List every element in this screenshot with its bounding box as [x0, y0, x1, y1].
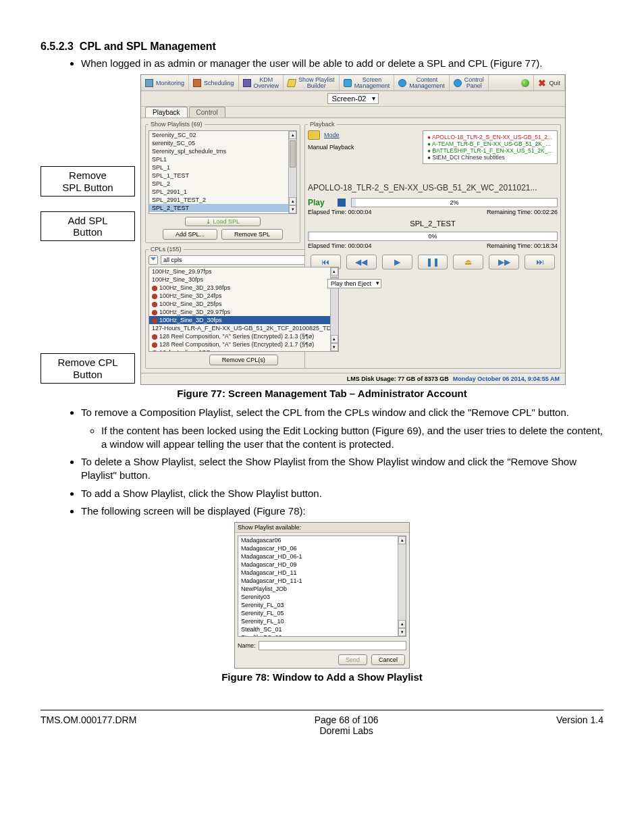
list-item[interactable]: Serenity_spl_schedule_tms — [149, 147, 296, 155]
mode-dropdown[interactable]: Play then Eject — [327, 279, 381, 288]
add-spl-button[interactable]: Add SPL... — [163, 229, 217, 240]
list-item[interactable]: Serenity_FL_05 — [238, 609, 406, 617]
list-item-selected[interactable]: SPL_2_TEST — [149, 204, 296, 212]
load-spl-button[interactable]: Load SPL — [185, 217, 261, 226]
scroll-thumb[interactable] — [290, 140, 296, 167]
scrollbar[interactable]: ▴ ▴ ▾ — [288, 131, 296, 213]
available-playlists-list[interactable]: Madagascar06 Madagascar_HD_06 Madagascar… — [238, 536, 406, 637]
tab-playback[interactable]: Playback — [145, 107, 188, 118]
content-icon — [398, 79, 406, 87]
list-item[interactable]: Serenity03 — [238, 593, 406, 601]
bullet-locked-content: If the content has been locked using the… — [101, 424, 603, 452]
list-item[interactable]: SPL_1 — [149, 163, 296, 172]
list-item[interactable]: serenity_SC_05 — [149, 139, 296, 147]
gear-icon — [454, 79, 462, 87]
list-item[interactable]: Madagascar06 — [238, 536, 406, 544]
callout-remove-cpl: Remove CPL Button — [41, 353, 135, 384]
footer-left: TMS.OM.000177.DRM — [41, 714, 136, 736]
list-item[interactable]: 100Hz_Sine_3D_24fps — [149, 292, 338, 300]
playback-panel: Playback Mode Manual Playback APOLLO-18 — [304, 121, 561, 369]
list-item[interactable]: Serenity_FL_03 — [238, 601, 406, 609]
play-label: Play — [308, 198, 332, 207]
cpls-list[interactable]: 100Hz_Sine_29.97fps 100Hz_Sine_30fps 100… — [149, 267, 339, 352]
status-green-button[interactable] — [517, 75, 534, 90]
skip-forward-button[interactable]: ⏭ — [525, 255, 555, 269]
list-item[interactable]: Stealth_SC_02 — [238, 633, 406, 637]
list-item[interactable]: NewPlaylist_JOb — [238, 585, 406, 593]
list-item[interactable]: 127-Hours_TLR-A_F_EN-XX_US-GB_51_2K_TCF_… — [149, 324, 338, 332]
app-window: Monitoring Scheduling KDM Overview Show … — [140, 74, 566, 385]
screen-selector[interactable]: Screen-02 — [327, 93, 379, 104]
rewind-button[interactable]: ◀◀ — [346, 255, 377, 269]
scroll-down-icon[interactable]: ▾ — [331, 343, 338, 351]
list-item[interactable]: 100Hz_Sine_29.97fps — [149, 267, 338, 276]
forward-button[interactable]: ▶▶ — [489, 255, 519, 269]
scheduling-button[interactable]: Scheduling — [189, 75, 239, 90]
spl-progress[interactable]: 0% — [308, 232, 558, 241]
list-item[interactable]: Stealth_SC_01 — [238, 625, 406, 633]
screen-management-button[interactable]: Screen Management — [340, 75, 395, 90]
send-button[interactable]: Send — [338, 654, 367, 665]
tab-strip: Playback Control — [141, 107, 565, 118]
list-item[interactable]: 100Hz_Sine_30fps — [149, 276, 338, 284]
main-toolbar: Monitoring Scheduling KDM Overview Show … — [141, 75, 565, 91]
remove-spl-button[interactable]: Remove SPL — [221, 229, 283, 240]
list-item[interactable]: 128 Reel Composition, "A" Series (Encryp… — [149, 340, 338, 348]
name-input[interactable] — [259, 641, 406, 650]
eject-button[interactable]: ⏏ — [453, 255, 483, 269]
list-item[interactable]: SPL_2 — [149, 180, 296, 188]
section-heading: 6.5.2.3 CPL and SPL Management — [41, 41, 603, 53]
quit-button[interactable]: ✖Quit — [534, 75, 565, 90]
list-item[interactable]: Madagascar_HD_11 — [238, 569, 406, 577]
mode-link[interactable]: Mode — [324, 132, 340, 138]
content-management-button[interactable]: Content Management — [394, 75, 450, 90]
bullet-add-spl: To add a Show Playlist, click the Show P… — [81, 487, 603, 500]
scroll-down-icon[interactable]: ▾ — [289, 205, 296, 213]
list-item[interactable]: 100Hz_Sine_3D_29.97fps — [149, 308, 338, 316]
scroll-up2-icon[interactable]: ▴ — [289, 197, 296, 205]
list-item[interactable]: 100Hz_Sine_3D_25fps — [149, 300, 338, 308]
cpl-progress[interactable]: 2% — [351, 198, 558, 207]
list-item[interactable]: Madagascar_HD_06 — [238, 544, 406, 552]
remove-cpl-button[interactable]: Remove CPL(s) — [209, 355, 278, 365]
pencil-icon — [287, 79, 297, 87]
cancel-button[interactable]: Cancel — [371, 654, 405, 665]
list-item[interactable]: Madagascar_HD_06-1 — [238, 552, 406, 561]
show-playlists-list[interactable]: Serenity_SC_02 serenity_SC_05 Serenity_s… — [149, 130, 297, 214]
list-item[interactable]: 128 Reel Composition, "A" Series (Encryp… — [149, 332, 338, 340]
scroll-up-icon[interactable]: ▴ — [289, 131, 296, 139]
callout-add-spl: Add SPL Button — [41, 211, 135, 242]
tab-control[interactable]: Control — [189, 107, 225, 118]
elapsed-time-2: Elapsed Time: 00:00:04 — [308, 242, 372, 249]
list-item[interactable]: Serenity_FL_10 — [238, 617, 406, 625]
filter-icon[interactable] — [149, 255, 158, 265]
list-item[interactable]: SPL1 — [149, 155, 296, 163]
control-panel-button[interactable]: Control Panel — [450, 75, 489, 90]
scroll-up-icon[interactable]: ▴ — [398, 536, 406, 544]
show-playlists-panel: Show Playlists (69) Serenity_SC_02 seren… — [145, 121, 300, 243]
list-item[interactable]: SPL_3 — [149, 212, 296, 214]
side-item: APOLLO-18_TLR-2_S_EN-XX_US-GB_51_2... — [427, 134, 553, 140]
elapsed-time: Elapsed Time: 00:00:04 — [308, 209, 372, 215]
list-item[interactable]: 100Hz_Sine_3D_23.98fps — [149, 284, 338, 292]
monitoring-button[interactable]: Monitoring — [141, 75, 189, 90]
scroll-up2-icon[interactable]: ▴ — [331, 335, 338, 343]
list-item[interactable]: Madagascar_HD_11-1 — [238, 577, 406, 585]
scroll-up-icon[interactable]: ▴ — [331, 267, 338, 276]
list-item-selected[interactable]: 100Hz_Sine_3D_30fps — [149, 316, 338, 324]
play-button[interactable]: ▶ — [382, 255, 412, 269]
kdm-overview-button[interactable]: KDM Overview — [239, 75, 284, 90]
list-item[interactable]: SPL_2991_TEST_2 — [149, 196, 296, 204]
list-item[interactable]: Madagascar_HD_09 — [238, 561, 406, 569]
list-item[interactable]: SPL_2991_1 — [149, 188, 296, 196]
callout-remove-spl: Remove SPL Button — [41, 166, 135, 197]
list-item[interactable]: SPL_1_TEST — [149, 172, 296, 180]
scroll-down-icon[interactable]: ▾ — [398, 628, 406, 636]
scroll-up2-icon[interactable]: ▴ — [398, 620, 406, 628]
list-item[interactable]: 16ch_Audio_~6GB — [149, 348, 338, 352]
pause-button[interactable]: ❚❚ — [418, 255, 448, 269]
show-playlist-builder-button[interactable]: Show Playlist Builder — [284, 75, 340, 90]
list-item[interactable]: Serenity_SC_02 — [149, 131, 296, 139]
scrollbar[interactable]: ▴ ▴ ▾ — [398, 536, 406, 636]
disk-usage: LMS Disk Usage: 77 GB of 8373 GB — [347, 375, 449, 382]
